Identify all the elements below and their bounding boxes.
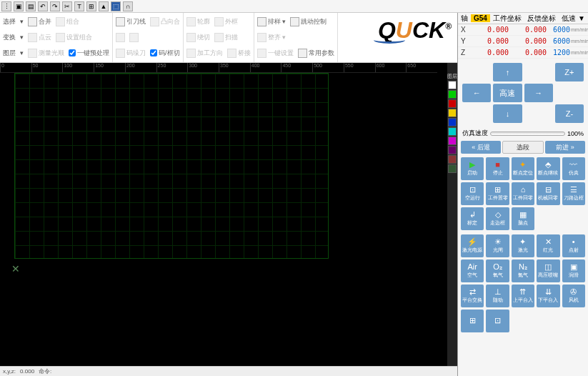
sim-speed-slider[interactable] — [490, 132, 565, 136]
ribbon-btn-procdir[interactable]: 加工方向 — [186, 49, 223, 58]
ribbon-btn-wrapcut[interactable]: 绕切 — [186, 33, 210, 42]
layer-swatch[interactable] — [448, 118, 457, 127]
jog-left-button[interactable]: ← — [462, 84, 491, 102]
control-button-点射[interactable]: •点射 — [562, 234, 585, 257]
ribbon-btn[interactable] — [116, 33, 125, 42]
topbar-item[interactable]: ⋮ — [1, 1, 11, 11]
layer-swatch[interactable] — [448, 127, 457, 136]
jog-pad: ↑ Z+ ← 高速 → ↓ Z- — [458, 59, 588, 127]
topbar-item[interactable]: ↶ — [38, 1, 48, 11]
topbar-item[interactable]: ▤ — [26, 1, 36, 11]
ribbon-btn-commonparams[interactable]: 常用参数 — [298, 49, 334, 58]
control-button-标定[interactable]: ↲标定 — [461, 207, 484, 230]
ribbon-btn-framecut[interactable]: 码/框切 — [150, 49, 180, 58]
control-button-氧气[interactable]: O₂氧气 — [486, 259, 509, 282]
layer-swatch[interactable] — [448, 109, 457, 117]
control-button-extra[interactable]: ⊞ — [461, 310, 484, 332]
control-button-氮气[interactable]: N₂氮气 — [512, 259, 534, 282]
control-button-刀路边框[interactable]: ☰刀路边框 — [562, 182, 585, 205]
topbar-item[interactable]: ⊞ — [86, 1, 96, 11]
speed-unit: mm/min — [571, 50, 588, 55]
topbar-item[interactable]: ↷ — [50, 1, 60, 11]
jog-zminus-button[interactable]: Z- — [555, 104, 584, 123]
topbar-item[interactable]: T — [74, 1, 84, 11]
coord-row: Z0.0000.0001200mm/min — [458, 47, 588, 59]
layer-swatch[interactable] — [448, 90, 457, 99]
layer-swatch[interactable] — [448, 99, 457, 108]
ribbon-btn[interactable] — [129, 33, 139, 42]
control-button-extra[interactable]: ⊡ — [486, 310, 509, 332]
jog-right-button[interactable]: → — [524, 84, 553, 102]
jog-down-button[interactable]: ↓ — [493, 104, 522, 123]
control-button-走边框[interactable]: ◇走边框 — [486, 207, 509, 230]
ribbon-btn-outerframe[interactable]: 外框 — [214, 17, 238, 26]
speed-mode-dropdown[interactable]: 低速 ▼ — [559, 14, 588, 24]
jog-speed-button[interactable]: 高速 — [493, 84, 522, 102]
framecut-checkbox[interactable] — [150, 49, 157, 56]
scan-icon — [214, 33, 224, 42]
origin-crosshair-icon: ✕ — [11, 263, 20, 274]
drawing-canvas[interactable]: 050100150200250300350400450500550600650 … — [0, 63, 447, 366]
control-button-工件置零[interactable]: ⊞工件置零 — [486, 182, 509, 205]
topbar-item[interactable]: ▲ — [99, 1, 109, 11]
control-button-断点继续[interactable]: ⬘断点继续 — [537, 157, 559, 180]
ribbon-btn-contour[interactable]: 轮廓 — [186, 17, 210, 26]
control-icon: ▣ — [570, 263, 577, 271]
control-button-光闸[interactable]: ☀光闸 — [486, 234, 509, 257]
ribbon-btn-jogctrl[interactable]: 跳动控制 — [290, 17, 327, 26]
ribbon-btn-convex[interactable]: 凸向合 — [150, 17, 180, 26]
control-button-启动[interactable]: ▶启动 — [461, 157, 484, 180]
control-button-停止[interactable]: ■停止 — [486, 157, 509, 180]
step-pick-button[interactable]: 选段 — [502, 141, 544, 154]
control-button-风机[interactable]: ✇风机 — [562, 285, 585, 307]
control-button-空运行[interactable]: ⊡空运行 — [461, 182, 484, 205]
ribbon-btn-group[interactable]: 组合 — [56, 17, 79, 26]
control-button-随动[interactable]: ⊥随动 — [486, 285, 509, 307]
topbar-item[interactable]: ✂ — [62, 1, 72, 11]
control-button-下平台入[interactable]: ⇊下平台入 — [537, 285, 559, 307]
layer-swatch[interactable] — [448, 81, 457, 89]
control-button-机械回零[interactable]: ⊟机械回零 — [537, 182, 559, 205]
control-button-空气[interactable]: Air空气 — [461, 259, 484, 282]
layer-swatch[interactable] — [448, 137, 457, 145]
ribbon-btn-bridge[interactable]: 桥接 — [227, 49, 251, 58]
control-label: 断点继续 — [538, 169, 558, 177]
ribbon-btn-scan[interactable]: 扫描 — [214, 33, 238, 42]
step-back-button[interactable]: « 后退 — [461, 141, 501, 154]
ribbon-btn-preprocess[interactable]: 一键预处理 — [69, 49, 109, 58]
coord-system-badge[interactable]: G54 — [471, 14, 490, 22]
ribbon-btn-merge[interactable]: 合并 — [28, 17, 51, 26]
topbar-item[interactable]: ▣ — [14, 1, 24, 11]
control-button-工件回零[interactable]: ⌂工件回零 — [512, 182, 534, 205]
control-button-上平台入[interactable]: ⇈上平台入 — [512, 285, 534, 307]
control-label: 空运行 — [465, 194, 480, 202]
control-button-润滑[interactable]: ▣润滑 — [562, 259, 585, 282]
control-button-断点定位[interactable]: ✦断点定位 — [512, 157, 534, 180]
ribbon-btn-align[interactable]: 整齐 ▾ — [257, 33, 286, 42]
control-button-红光[interactable]: ✕红光 — [537, 234, 559, 257]
jog-up-button[interactable]: ↑ — [493, 63, 522, 81]
control-icon: ⊞ — [494, 186, 501, 194]
layer-swatch[interactable] — [448, 146, 457, 154]
control-button-平台交换[interactable]: ⇄平台交换 — [461, 285, 484, 307]
preprocess-checkbox[interactable] — [69, 49, 76, 56]
control-button-高压喷嘴[interactable]: ◫高压喷嘴 — [537, 259, 559, 282]
ribbon-btn-leadline[interactable]: 引刀线 — [116, 17, 146, 26]
control-button-脑点[interactable]: ▦脑点 — [512, 207, 534, 230]
jog-zplus-button[interactable]: Z+ — [555, 63, 584, 81]
status-coord-label: x,y,z: — [3, 368, 16, 375]
layer-swatch[interactable] — [448, 155, 457, 164]
control-button-仿真[interactable]: 〰仿真 — [562, 157, 585, 180]
ribbon-btn-smooth[interactable]: 测量光顺 — [28, 49, 64, 58]
control-button-激光[interactable]: ✦激光 — [512, 234, 534, 257]
control-button-激光电源[interactable]: ⚡激光电源 — [461, 234, 484, 257]
layer-swatch[interactable] — [448, 164, 457, 173]
step-forward-button[interactable]: 前进 » — [545, 141, 585, 154]
ribbon-btn-pallet[interactable]: 码垛刀 — [116, 49, 146, 58]
topbar-item[interactable]: ∩ — [123, 1, 133, 11]
ribbon-btn-pointcloud[interactable]: 点云 — [28, 33, 51, 42]
ribbon-btn-setgroup[interactable]: 设置组合 — [56, 33, 92, 42]
topbar-item-active[interactable]: ⬚ — [111, 1, 121, 11]
ribbon-btn-oneclick[interactable]: 一键设置 — [257, 49, 294, 58]
ribbon-btn-nest[interactable]: 排样 ▾ — [257, 17, 286, 26]
